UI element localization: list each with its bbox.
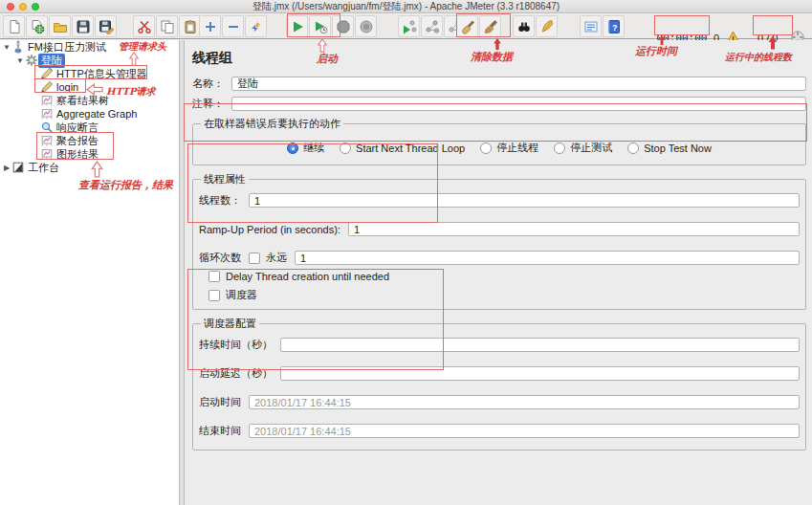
thread-properties-legend: 线程属性: [201, 172, 249, 187]
radio-unselected-icon[interactable]: [480, 143, 492, 154]
tree-item-图形结果[interactable]: 图形结果: [0, 147, 179, 161]
comment-label: 注释：: [192, 97, 224, 111]
expander-icon[interactable]: ▼: [2, 43, 11, 52]
start-no-pauses-button[interactable]: [309, 15, 331, 37]
templates-button[interactable]: [26, 15, 48, 37]
paste-icon: [183, 19, 198, 34]
duration-input[interactable]: [280, 338, 800, 352]
radio-continue[interactable]: 继续: [287, 141, 324, 155]
radio-unselected-icon[interactable]: [340, 143, 351, 154]
tree-item-label: Aggregate Graph: [54, 108, 140, 120]
paste-button[interactable]: [179, 15, 201, 37]
rampup-input[interactable]: [348, 222, 800, 236]
loop-count-label: 循环次数: [199, 251, 241, 265]
tree-item-HTTP信息头管理器[interactable]: HTTP信息头管理器: [0, 67, 179, 80]
forever-checkbox[interactable]: [249, 252, 260, 264]
toolbar-group-5: [456, 15, 501, 37]
start-button[interactable]: [286, 15, 308, 37]
save-button[interactable]: [72, 15, 94, 37]
scheduler-checkbox[interactable]: [208, 290, 220, 301]
copy-icon: [160, 19, 175, 34]
tree-item-响应断言[interactable]: 响应断言: [0, 121, 179, 134]
expand-all-button[interactable]: [199, 15, 221, 37]
remote-start-button[interactable]: [398, 15, 420, 37]
page-title: 线程组: [192, 50, 806, 67]
new-file-button[interactable]: [3, 15, 25, 37]
start-icon: [290, 19, 305, 34]
toolbar-group-2: [199, 15, 267, 37]
expander-icon[interactable]: ▶: [2, 164, 11, 172]
copy-button[interactable]: [156, 15, 178, 37]
search-button[interactable]: [513, 15, 535, 37]
radio-selected-icon[interactable]: [287, 143, 298, 154]
save-as-button[interactable]: [95, 15, 117, 37]
clear-all-icon: [483, 19, 498, 34]
tree-item-label: 聚合报告: [54, 134, 101, 148]
thread-properties-fieldset: 线程属性 线程数： Ramp-Up Period (in seconds): 循…: [192, 172, 806, 310]
new-file-icon: [7, 19, 22, 34]
radio-unselected-icon[interactable]: [627, 143, 639, 154]
stop-button[interactable]: [332, 15, 354, 37]
expand-all-icon: [203, 19, 218, 34]
thread-group-panel: 线程组 名称： 注释： 在取样器错误后要执行的动作 继续Start Next T…: [185, 40, 812, 505]
header-manager-icon: [40, 68, 54, 80]
end-time-label: 结束时间: [199, 424, 241, 438]
tree-item-label: FM接口压力测试: [25, 40, 109, 55]
tree-item-Aggregate Graph[interactable]: Aggregate Graph: [0, 107, 179, 121]
tree-item-login[interactable]: login: [0, 80, 179, 94]
expander-icon[interactable]: ▼: [15, 56, 25, 65]
save-icon: [76, 19, 91, 34]
listener-icon: [40, 108, 54, 121]
name-input[interactable]: [231, 77, 806, 91]
startup-delay-input[interactable]: [280, 366, 800, 381]
cut-button[interactable]: [133, 15, 155, 37]
startup-delay-label: 启动延迟（秒）: [199, 366, 273, 381]
radio-label: 停止测试: [570, 141, 612, 155]
function-helper-button[interactable]: [580, 15, 602, 37]
threads-input[interactable]: [249, 193, 800, 208]
tree-item-察看结果树[interactable]: 察看结果树: [0, 94, 179, 107]
remote-start-all-button[interactable]: [421, 15, 443, 37]
tree-item-FM接口压力测试[interactable]: ▼FM接口压力测试: [0, 40, 179, 54]
radio-停止线程[interactable]: 停止线程: [480, 141, 538, 155]
tree-item-聚合报告[interactable]: 聚合报告: [0, 134, 179, 147]
comment-input[interactable]: [231, 97, 806, 111]
stop-icon: [336, 19, 351, 34]
tree-item-label: login: [54, 81, 81, 93]
open-folder-button[interactable]: [49, 15, 71, 37]
collapse-all-button[interactable]: [222, 15, 244, 37]
threads-label: 线程数：: [199, 193, 241, 208]
help-button[interactable]: ?: [603, 15, 625, 37]
clear-button[interactable]: [456, 15, 478, 37]
name-label: 名称：: [192, 77, 224, 91]
shutdown-button[interactable]: [355, 15, 377, 37]
radio-unselected-icon[interactable]: [554, 143, 565, 154]
titlebar: 登陆.jmx (/Users/wangjuan/fm/登陆.jmx) - Apa…: [0, 0, 812, 13]
save-as-icon: [99, 19, 114, 34]
clear-all-button[interactable]: [479, 15, 501, 37]
start-time-input[interactable]: [249, 395, 800, 409]
error-action-legend: 在取样器错误后要执行的动作: [201, 117, 343, 131]
function-helper-icon: [583, 19, 599, 34]
loop-count-input[interactable]: [295, 251, 800, 265]
tree-item-登陆[interactable]: ▼登陆: [0, 54, 179, 67]
end-time-input[interactable]: [249, 424, 800, 438]
toolbar-group-1: [133, 15, 201, 37]
jmeter-window: 登陆.jmx (/Users/wangjuan/fm/登陆.jmx) - Apa…: [0, 0, 812, 505]
radio-stop-test-now[interactable]: Stop Test Now: [627, 143, 712, 154]
tree-item-工作台[interactable]: ▶工作台: [0, 161, 179, 174]
forever-label: 永远: [266, 251, 287, 265]
delay-thread-creation-checkbox[interactable]: [208, 271, 220, 282]
radio-停止测试[interactable]: 停止测试: [554, 141, 612, 155]
tree-item-label: 工作台: [25, 161, 62, 175]
radio-label: 继续: [303, 141, 324, 155]
error-action-fieldset: 在取样器错误后要执行的动作 继续Start Next Thread Loop停止…: [192, 117, 806, 165]
scheduler-config-fieldset: 调度器配置 持续时间（秒） 启动延迟（秒） 启动时间 结束时间: [192, 317, 806, 450]
toggle-button[interactable]: [245, 15, 267, 37]
radio-start-next-thread-loop[interactable]: Start Next Thread Loop: [340, 143, 465, 154]
shutdown-icon: [359, 19, 374, 34]
remote-start-all-icon: [425, 19, 440, 34]
collapse-all-icon: [226, 19, 241, 34]
search-reset-button[interactable]: [536, 15, 558, 37]
listener-icon: [40, 148, 54, 161]
